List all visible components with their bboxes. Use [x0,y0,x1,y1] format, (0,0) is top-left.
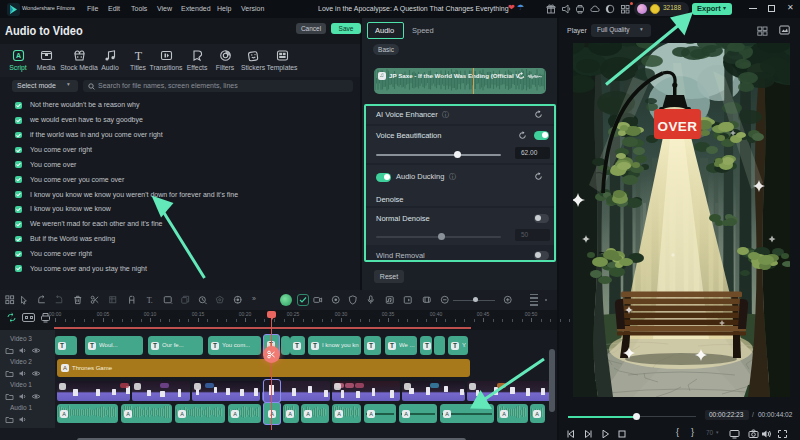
svg-text:OVER: OVER [658,119,698,134]
svg-text:T.: T. [147,296,153,305]
